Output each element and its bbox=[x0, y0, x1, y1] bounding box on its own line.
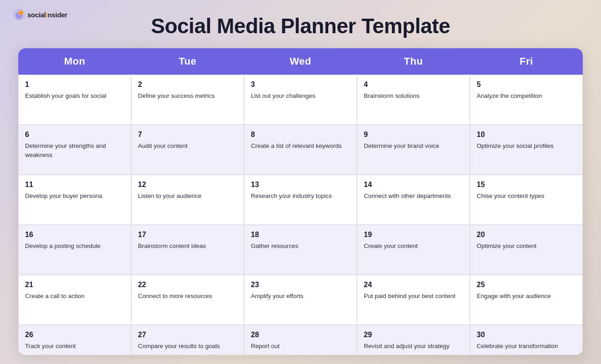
day-num-29: 29 bbox=[364, 331, 463, 339]
day-task-26: Track your content bbox=[25, 343, 76, 349]
header-tue: Tue bbox=[131, 48, 244, 75]
day-num-24: 24 bbox=[364, 281, 463, 289]
header-mon: Mon bbox=[18, 48, 131, 75]
day-task-8: Create a list of relevant keywords bbox=[251, 142, 342, 149]
cell-4: 4Brainstorm solutions bbox=[357, 75, 470, 125]
cell-9: 9Determine your brand voice bbox=[357, 125, 470, 175]
day-num-5: 5 bbox=[477, 81, 576, 89]
cell-15: 15Chise your content types bbox=[470, 175, 583, 225]
day-num-11: 11 bbox=[25, 181, 124, 189]
day-task-22: Connect to more resources bbox=[138, 293, 212, 299]
cell-18: 18Gather resources bbox=[244, 225, 357, 275]
header-wed: Wed bbox=[244, 48, 357, 75]
day-num-30: 30 bbox=[477, 331, 576, 339]
day-task-7: Audit your content bbox=[138, 142, 188, 149]
cell-1: 1Establish your goals for social bbox=[18, 75, 131, 125]
cell-20: 20Optimize your content bbox=[470, 225, 583, 275]
cell-19: 19Create your content bbox=[357, 225, 470, 275]
cell-2: 2Define your success metrics bbox=[131, 75, 244, 125]
logo-text: socialinsider bbox=[27, 11, 67, 19]
day-task-20: Optimize your content bbox=[477, 243, 536, 249]
day-num-15: 15 bbox=[477, 181, 576, 189]
cell-28: 28Report out bbox=[244, 325, 357, 355]
cell-23: 23Amplify your efforts bbox=[244, 275, 357, 325]
day-num-17: 17 bbox=[138, 231, 237, 239]
day-task-25: Engage with your audience bbox=[477, 293, 551, 299]
day-task-30: Celebrate your transformation bbox=[477, 343, 558, 349]
cell-16: 16Develop a posting schedule bbox=[18, 225, 131, 275]
header-thu: Thu bbox=[357, 48, 470, 75]
cell-25: 25Engage with your audience bbox=[470, 275, 583, 325]
day-task-27: Compare your results to goals bbox=[138, 343, 220, 349]
day-num-4: 4 bbox=[364, 81, 463, 89]
day-num-12: 12 bbox=[138, 181, 237, 189]
day-task-1: Establish your goals for social bbox=[25, 92, 107, 99]
day-num-28: 28 bbox=[251, 331, 350, 339]
cell-27: 27Compare your results to goals bbox=[131, 325, 244, 355]
cell-8: 8Create a list of relevant keywords bbox=[244, 125, 357, 175]
day-task-4: Brainstorm solutions bbox=[364, 92, 419, 99]
cell-21: 21Create a call to action bbox=[18, 275, 131, 325]
cell-7: 7Audit your content bbox=[131, 125, 244, 175]
day-num-10: 10 bbox=[477, 131, 576, 139]
cell-5: 5Analyze the competition bbox=[470, 75, 583, 125]
day-task-5: Analyze the competition bbox=[477, 92, 542, 99]
page-title: Social Media Planner Template bbox=[151, 14, 450, 38]
cell-10: 10Optimize your social profiles bbox=[470, 125, 583, 175]
day-num-26: 26 bbox=[25, 331, 124, 339]
logo: socialinsider bbox=[13, 8, 67, 21]
cell-29: 29Revisit and adjust your strategy bbox=[357, 325, 470, 355]
calendar: Mon Tue Wed Thu Fri 1Establish your goal… bbox=[18, 48, 583, 355]
day-num-2: 2 bbox=[138, 81, 237, 89]
day-task-29: Revisit and adjust your strategy bbox=[364, 343, 449, 349]
cell-22: 22Connect to more resources bbox=[131, 275, 244, 325]
day-task-18: Gather resources bbox=[251, 243, 298, 249]
day-task-3: List out your challenges bbox=[251, 92, 316, 99]
day-task-10: Optimize your social profiles bbox=[477, 142, 554, 149]
cell-14: 14Connect with other departments bbox=[357, 175, 470, 225]
cell-24: 24Put paid behind your best content bbox=[357, 275, 470, 325]
cell-3: 3List out your challenges bbox=[244, 75, 357, 125]
day-task-19: Create your content bbox=[364, 243, 418, 249]
day-task-21: Create a call to action bbox=[25, 293, 85, 299]
day-num-21: 21 bbox=[25, 281, 124, 289]
cell-12: 12Listen to your audience bbox=[131, 175, 244, 225]
day-num-9: 9 bbox=[364, 131, 463, 139]
day-num-13: 13 bbox=[251, 181, 350, 189]
day-num-18: 18 bbox=[251, 231, 350, 239]
day-task-13: Research your industry topics bbox=[251, 192, 332, 199]
day-num-1: 1 bbox=[25, 81, 124, 89]
day-num-25: 25 bbox=[477, 281, 576, 289]
day-task-6: Determine your strengths and weakness bbox=[25, 142, 106, 158]
day-num-23: 23 bbox=[251, 281, 350, 289]
cell-11: 11Develop your buyer persona bbox=[18, 175, 131, 225]
day-task-2: Define your success metrics bbox=[138, 92, 215, 99]
day-task-9: Determine your brand voice bbox=[364, 142, 439, 149]
day-task-17: Brainstorm content ideas bbox=[138, 243, 206, 249]
day-num-20: 20 bbox=[477, 231, 576, 239]
day-num-8: 8 bbox=[251, 131, 350, 139]
svg-point-3 bbox=[20, 12, 22, 14]
day-task-12: Listen to your audience bbox=[138, 192, 202, 199]
day-num-22: 22 bbox=[138, 281, 237, 289]
day-task-16: Develop a posting schedule bbox=[25, 243, 101, 249]
day-task-14: Connect with other departments bbox=[364, 192, 451, 199]
day-num-14: 14 bbox=[364, 181, 463, 189]
day-task-11: Develop your buyer persona bbox=[25, 192, 102, 199]
calendar-header: Mon Tue Wed Thu Fri bbox=[18, 48, 583, 75]
day-task-15: Chise your content types bbox=[477, 192, 545, 199]
day-task-23: Amplify your efforts bbox=[251, 293, 303, 299]
cell-13: 13Research your industry topics bbox=[244, 175, 357, 225]
day-num-6: 6 bbox=[25, 131, 124, 139]
logo-icon bbox=[13, 8, 25, 21]
day-num-19: 19 bbox=[364, 231, 463, 239]
header-fri: Fri bbox=[470, 48, 583, 75]
cell-30: 30Celebrate your transformation bbox=[470, 325, 583, 355]
day-num-7: 7 bbox=[138, 131, 237, 139]
day-num-16: 16 bbox=[25, 231, 124, 239]
day-task-24: Put paid behind your best content bbox=[364, 293, 455, 299]
day-task-28: Report out bbox=[251, 343, 280, 349]
cell-17: 17Brainstorm content ideas bbox=[131, 225, 244, 275]
day-num-3: 3 bbox=[251, 81, 350, 89]
day-num-27: 27 bbox=[138, 331, 237, 339]
